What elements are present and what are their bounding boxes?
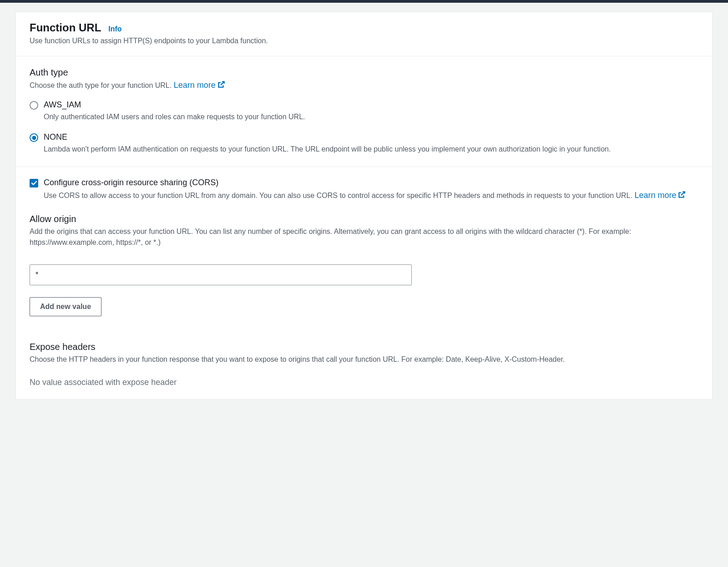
- info-link[interactable]: Info: [108, 25, 121, 33]
- function-url-panel: Function URL Info Use function URLs to a…: [15, 12, 713, 400]
- radio-body: NONE Lambda won't perform IAM authentica…: [44, 132, 698, 155]
- checkbox-checked-icon: [30, 179, 38, 187]
- auth-radio-aws-iam[interactable]: AWS_IAM Only authenticated IAM users and…: [30, 100, 698, 122]
- auth-radio-group: AWS_IAM Only authenticated IAM users and…: [30, 100, 698, 155]
- auth-type-heading: Auth type: [30, 67, 698, 78]
- external-link-icon: [217, 81, 225, 92]
- page-title: Function URL: [30, 21, 101, 34]
- cors-section: Configure cross-origin resource sharing …: [16, 167, 712, 399]
- cors-learn-more-link[interactable]: Learn more: [634, 191, 686, 200]
- radio-desc: Only authenticated IAM users and roles c…: [44, 111, 698, 122]
- panel-header: Function URL Info Use function URLs to a…: [16, 12, 712, 56]
- radio-desc: Lambda won't perform IAM authentication …: [44, 144, 698, 155]
- learn-more-text: Learn more: [174, 81, 216, 90]
- main-container: Function URL Info Use function URLs to a…: [0, 3, 728, 400]
- auth-type-desc-text: Choose the auth type for your function U…: [30, 81, 174, 89]
- add-new-value-button[interactable]: Add new value: [30, 297, 101, 316]
- external-link-icon: [677, 190, 686, 203]
- allow-origin-input[interactable]: [30, 264, 412, 285]
- expose-headers-desc: Choose the HTTP headers in your function…: [30, 354, 698, 365]
- learn-more-text: Learn more: [634, 191, 676, 200]
- cors-checkbox-label: Configure cross-origin resource sharing …: [44, 178, 698, 187]
- cors-desc-text: Use CORS to allow access to your functio…: [44, 192, 634, 199]
- auth-learn-more-link[interactable]: Learn more: [174, 81, 225, 90]
- page-subtitle: Use function URLs to assign HTTP(S) endp…: [30, 37, 698, 45]
- auth-radio-none[interactable]: NONE Lambda won't perform IAM authentica…: [30, 132, 698, 155]
- panel-title-row: Function URL Info: [30, 21, 698, 34]
- radio-label: AWS_IAM: [44, 100, 698, 110]
- auth-type-section: Auth type Choose the auth type for your …: [16, 56, 712, 167]
- allow-origin-heading: Allow origin: [30, 214, 698, 224]
- auth-type-desc: Choose the auth type for your function U…: [30, 80, 698, 92]
- radio-label: NONE: [44, 132, 698, 142]
- checkbox-body: Configure cross-origin resource sharing …: [44, 178, 698, 203]
- radio-icon: [30, 133, 38, 142]
- expose-headers-placeholder: No value associated with expose header: [30, 378, 698, 387]
- cors-checkbox[interactable]: Configure cross-origin resource sharing …: [30, 178, 698, 203]
- allow-origin-desc: Add the origins that can access your fun…: [30, 226, 698, 248]
- radio-body: AWS_IAM Only authenticated IAM users and…: [44, 100, 698, 122]
- cors-checkbox-desc: Use CORS to allow access to your functio…: [44, 189, 698, 203]
- expose-headers-heading: Expose headers: [30, 342, 698, 352]
- radio-icon: [30, 101, 38, 110]
